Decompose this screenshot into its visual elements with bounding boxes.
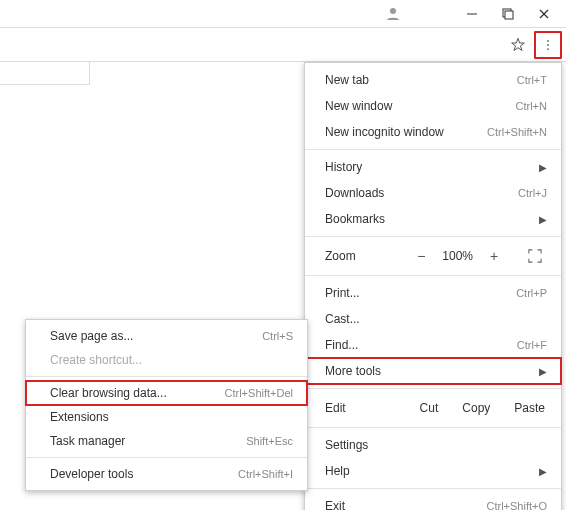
menu-more-tools[interactable]: More tools▶	[305, 358, 561, 384]
zoom-in-button[interactable]: +	[485, 248, 503, 264]
chevron-right-icon: ▶	[539, 214, 547, 225]
menu-separator	[305, 388, 561, 389]
menu-separator	[305, 149, 561, 150]
profile-avatar-icon[interactable]	[382, 3, 404, 25]
submenu-developer-tools[interactable]: Developer toolsCtrl+Shift+I	[26, 462, 307, 486]
submenu-extensions[interactable]: Extensions	[26, 405, 307, 429]
window-titlebar	[0, 0, 566, 28]
menu-downloads[interactable]: DownloadsCtrl+J	[305, 180, 561, 206]
menu-find[interactable]: Find...Ctrl+F	[305, 332, 561, 358]
menu-edit-row: Edit Cut Copy Paste	[305, 393, 561, 423]
tab-strip-stub	[0, 61, 90, 85]
menu-separator	[305, 275, 561, 276]
menu-separator	[305, 488, 561, 489]
svg-point-8	[547, 48, 549, 50]
more-tools-submenu: Save page as...Ctrl+S Create shortcut...…	[25, 319, 308, 491]
menu-exit[interactable]: ExitCtrl+Shift+Q	[305, 493, 561, 510]
menu-separator	[26, 376, 307, 377]
svg-point-0	[390, 8, 396, 14]
menu-bookmarks[interactable]: Bookmarks▶	[305, 206, 561, 232]
zoom-value: 100%	[442, 249, 473, 263]
submenu-create-shortcut[interactable]: Create shortcut...	[26, 348, 307, 372]
menu-cast[interactable]: Cast...	[305, 306, 561, 332]
minimize-button[interactable]	[454, 0, 490, 28]
svg-point-7	[547, 44, 549, 46]
chevron-right-icon: ▶	[539, 366, 547, 377]
browser-toolbar	[0, 28, 566, 62]
menu-separator	[26, 457, 307, 458]
menu-settings[interactable]: Settings	[305, 432, 561, 458]
edit-copy[interactable]: Copy	[456, 399, 496, 417]
more-menu-button[interactable]	[534, 31, 562, 59]
menu-new-window[interactable]: New windowCtrl+N	[305, 93, 561, 119]
zoom-out-button[interactable]: −	[412, 248, 430, 264]
chrome-main-menu: New tabCtrl+T New windowCtrl+N New incog…	[304, 62, 562, 510]
menu-separator	[305, 427, 561, 428]
maximize-button[interactable]	[490, 0, 526, 28]
submenu-task-manager[interactable]: Task managerShift+Esc	[26, 429, 307, 453]
svg-point-6	[547, 39, 549, 41]
chevron-right-icon: ▶	[539, 466, 547, 477]
submenu-clear-browsing-data[interactable]: Clear browsing data...Ctrl+Shift+Del	[26, 381, 307, 405]
menu-print[interactable]: Print...Ctrl+P	[305, 280, 561, 306]
fullscreen-icon[interactable]	[523, 247, 547, 265]
submenu-save-page[interactable]: Save page as...Ctrl+S	[26, 324, 307, 348]
svg-rect-3	[505, 11, 513, 19]
menu-help[interactable]: Help▶	[305, 458, 561, 484]
chevron-right-icon: ▶	[539, 162, 547, 173]
edit-paste[interactable]: Paste	[508, 399, 551, 417]
bookmark-star-icon[interactable]	[504, 31, 532, 59]
close-button[interactable]	[526, 0, 562, 28]
menu-new-tab[interactable]: New tabCtrl+T	[305, 67, 561, 93]
menu-zoom: Zoom − 100% +	[305, 241, 561, 271]
menu-separator	[305, 236, 561, 237]
edit-cut[interactable]: Cut	[414, 399, 445, 417]
menu-new-incognito[interactable]: New incognito windowCtrl+Shift+N	[305, 119, 561, 145]
menu-history[interactable]: History▶	[305, 154, 561, 180]
